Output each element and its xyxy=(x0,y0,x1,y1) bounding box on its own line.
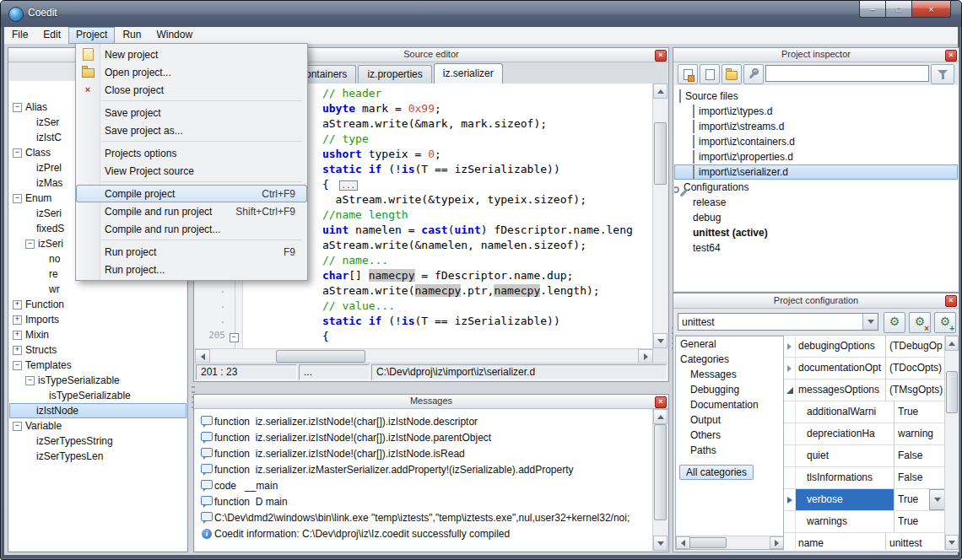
messages-header[interactable]: Messages × xyxy=(194,395,668,409)
scroll-down-button[interactable] xyxy=(945,535,959,550)
collapse-icon[interactable]: − xyxy=(13,103,22,112)
property-value[interactable]: True xyxy=(894,489,945,510)
add-source-button[interactable] xyxy=(700,64,720,84)
tab-iz-properties[interactable]: iz.properties xyxy=(358,65,431,83)
menu-item-compile-and-run-project[interactable]: Compile and run projectShift+Ctrl+F9 xyxy=(76,202,307,220)
value-dropdown-button[interactable] xyxy=(929,489,945,510)
inspector-item-import-iz-containers-d[interactable]: import\iz\containers.d xyxy=(674,134,958,149)
inspector-item-import-iz-properties-d[interactable]: import\iz\properties.d xyxy=(674,149,958,164)
scroll-up-button[interactable] xyxy=(653,409,667,424)
menu-edit[interactable]: Edit xyxy=(35,27,68,44)
category-item-output[interactable]: Output xyxy=(676,412,784,428)
symbol-item-variable[interactable]: −Variable xyxy=(9,418,186,433)
project-inspector-close-button[interactable]: × xyxy=(945,50,957,62)
symbol-item-mixin[interactable]: +Mixin xyxy=(9,327,186,342)
collapse-icon[interactable]: − xyxy=(13,148,22,158)
category-item-general[interactable]: General xyxy=(676,337,784,352)
expand-icon[interactable]: + xyxy=(13,331,22,340)
tab-iz-serializer[interactable]: iz.serializer xyxy=(434,63,503,84)
scrollbar-thumb[interactable] xyxy=(654,122,667,185)
scroll-left-button[interactable] xyxy=(676,536,690,549)
property-value[interactable]: True xyxy=(894,401,945,423)
inspector-item-debug[interactable]: debug xyxy=(674,210,958,225)
property-row-messagesoptions[interactable]: messagesOptions(TMsgOpts) xyxy=(784,380,945,401)
property-row-tlsinformations[interactable]: tlsInformationsFalse xyxy=(784,467,945,489)
property-value[interactable]: (TDebugOp xyxy=(886,336,945,357)
categories-horizontal-scrollbar[interactable] xyxy=(676,536,784,549)
editor-horizontal-scrollbar[interactable] xyxy=(195,348,653,363)
inspector-item-release[interactable]: release xyxy=(674,195,958,210)
symbol-item-templates[interactable]: −Templates xyxy=(9,358,186,373)
menu-item-save-project[interactable]: Save project xyxy=(76,104,307,121)
title-bar[interactable]: Coedit – □ × xyxy=(1,1,961,27)
inspector-filter-input[interactable] xyxy=(765,65,929,82)
message-item[interactable]: C:\Dev\dmd2\windows\bin\link.exe "temp\i… xyxy=(195,509,653,525)
source-editor-close-button[interactable]: × xyxy=(655,50,667,62)
symbol-item-imports[interactable]: +Imports xyxy=(9,312,186,327)
fold-collapse-icon[interactable]: − xyxy=(230,333,239,342)
menu-item-save-project-as[interactable]: Save project as... xyxy=(76,121,307,139)
property-value[interactable]: False xyxy=(894,467,945,488)
message-item[interactable]: function iz.serializer.izIstNode!(char[]… xyxy=(195,429,653,445)
scrollbar-thumb[interactable] xyxy=(689,537,727,548)
inspector-item-source-files[interactable]: Source files xyxy=(674,89,958,104)
property-row-depreciationha[interactable]: depreciationHawarning xyxy=(784,423,945,445)
symbol-item-izistnode[interactable]: izIstNode xyxy=(9,403,186,418)
fold-margin[interactable]: − xyxy=(225,330,242,345)
clone-config-button[interactable]: ⚙ xyxy=(884,312,905,333)
inspector-item-unittest-active[interactable]: unittest (active) xyxy=(674,225,958,240)
inspector-item-test64[interactable]: test64 xyxy=(674,240,958,256)
menu-project[interactable]: Project xyxy=(68,27,115,44)
property-row-debugingoptions[interactable]: debugingOptions(TDebugOp xyxy=(784,336,945,358)
category-item-categories[interactable]: Categories xyxy=(676,352,784,367)
menu-item-run-project[interactable]: Run projectF9 xyxy=(76,243,307,261)
property-row-quiet[interactable]: quietFalse xyxy=(784,445,945,467)
messages-vertical-scrollbar[interactable] xyxy=(652,409,667,551)
scroll-left-button[interactable] xyxy=(195,349,210,363)
category-item-documentation[interactable]: Documentation xyxy=(676,397,784,412)
code-line[interactable]: aStream.write(namecpy.ptr,namecpy.length… xyxy=(243,284,653,299)
property-row-verbose[interactable]: verboseTrue xyxy=(784,489,945,511)
property-value[interactable]: (TDocOpts) xyxy=(886,358,945,379)
message-item[interactable]: function iz.serializer.izIstNode!(char[]… xyxy=(195,445,653,461)
expander-slot[interactable] xyxy=(784,380,796,401)
scroll-right-button[interactable] xyxy=(638,349,653,363)
symbol-item-istypeserializable[interactable]: isTypeSerializable xyxy=(9,388,186,403)
inspector-item-import-iz-types-d[interactable]: import\iz\types.d xyxy=(674,104,958,119)
menu-item-run-project[interactable]: Run project... xyxy=(76,261,307,278)
scrollbar-thumb[interactable] xyxy=(946,371,958,413)
category-item-paths[interactable]: Paths xyxy=(676,443,784,458)
category-item-debugging[interactable]: Debugging xyxy=(676,382,784,397)
menu-item-open-project[interactable]: Open project... xyxy=(76,63,307,81)
code-line[interactable]: // value... xyxy=(243,299,653,315)
property-row-additionalwarni[interactable]: additionalWarniTrue xyxy=(784,401,945,423)
property-value[interactable]: (TMsgOpts) xyxy=(886,380,945,401)
message-item[interactable]: code __main xyxy=(195,477,653,493)
message-item[interactable]: function D main xyxy=(195,493,653,509)
menu-run[interactable]: Run xyxy=(115,27,149,44)
filter-button[interactable] xyxy=(931,64,954,84)
close-button[interactable]: × xyxy=(912,1,951,18)
maximize-button[interactable]: □ xyxy=(886,1,912,18)
scroll-up-button[interactable] xyxy=(945,336,959,351)
message-item[interactable]: function iz.serializer.izIstNode!(char[]… xyxy=(195,413,653,429)
menu-item-close-project[interactable]: ×Close project xyxy=(76,81,307,99)
combo-dropdown-button[interactable] xyxy=(862,314,878,330)
symbol-item-structs[interactable]: +Structs xyxy=(9,342,186,358)
property-row-warnings[interactable]: warningsTrue xyxy=(784,511,945,533)
symbol-item-function[interactable]: +Function xyxy=(9,297,186,312)
expander-slot[interactable] xyxy=(784,358,796,379)
message-item[interactable]: iCoedit information: C:\Dev\dproj\iz\Iz.… xyxy=(195,525,653,541)
project-configuration-close-button[interactable]: × xyxy=(945,295,957,307)
all-categories-button[interactable]: All categories xyxy=(679,465,754,480)
open-folder-button[interactable] xyxy=(722,64,742,84)
scrollbar-thumb[interactable] xyxy=(654,424,667,520)
symbol-item-istypeserializable[interactable]: −isTypeSerializable xyxy=(9,373,186,388)
menu-item-projects-options[interactable]: Projects options xyxy=(76,144,307,162)
collapse-icon[interactable]: − xyxy=(13,422,22,431)
scroll-up-button[interactable] xyxy=(653,83,667,99)
expand-icon[interactable]: + xyxy=(13,300,22,310)
grid-vertical-scrollbar[interactable] xyxy=(944,336,959,550)
configuration-selector[interactable]: unittest xyxy=(678,313,878,331)
code-line[interactable]: static if (!is(T == izSerializable)) xyxy=(243,315,653,330)
